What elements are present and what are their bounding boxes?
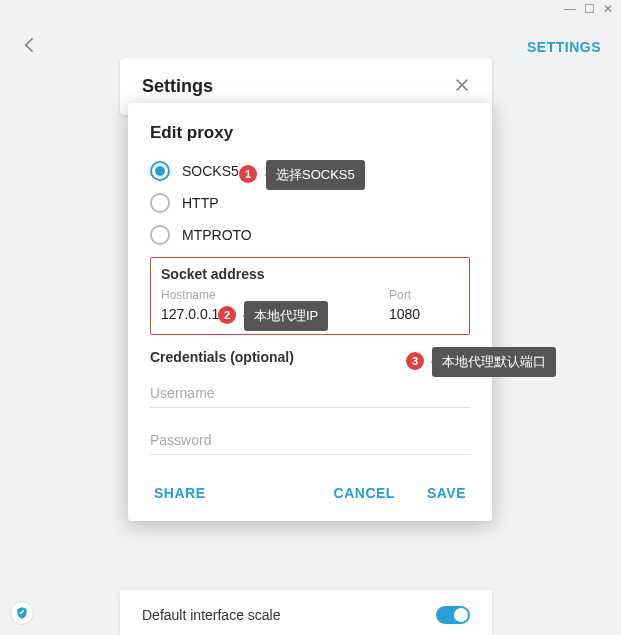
share-button[interactable]: SHARE <box>150 479 210 507</box>
close-window-button[interactable]: ✕ <box>603 2 613 16</box>
interface-scale-label: Default interface scale <box>142 607 281 623</box>
radio-icon <box>150 193 170 213</box>
arrow-left-icon <box>20 35 40 55</box>
annotation-badge-3: 3 <box>406 352 424 370</box>
settings-title: Settings <box>142 76 213 97</box>
window-controls: — ☐ ✕ <box>556 0 621 18</box>
cancel-button[interactable]: CANCEL <box>330 479 399 507</box>
password-input[interactable] <box>150 426 470 455</box>
close-icon <box>454 77 470 93</box>
close-settings-button[interactable] <box>454 77 470 97</box>
back-button[interactable] <box>20 35 40 59</box>
radio-selected-icon <box>150 161 170 181</box>
socket-address-title: Socket address <box>161 266 459 282</box>
username-input[interactable] <box>150 379 470 408</box>
proxy-option-mtproto[interactable]: MTPROTO <box>150 225 470 245</box>
port-group: Port 1080 <box>389 288 459 324</box>
proxy-option-label: SOCKS5 <box>182 163 239 179</box>
port-label: Port <box>389 288 459 302</box>
settings-link[interactable]: SETTINGS <box>527 39 601 55</box>
interface-scale-row: Default interface scale <box>120 590 492 635</box>
proxy-option-http[interactable]: HTTP <box>150 193 470 213</box>
port-input[interactable]: 1080 <box>389 304 459 324</box>
annotation-badge-2: 2 <box>218 306 236 324</box>
save-button[interactable]: SAVE <box>423 479 470 507</box>
modal-footer: SHARE CANCEL SAVE <box>150 479 470 507</box>
radio-icon <box>150 225 170 245</box>
maximize-button[interactable]: ☐ <box>584 2 595 16</box>
shield-check-icon <box>15 606 29 620</box>
proxy-option-label: MTPROTO <box>182 227 252 243</box>
annotation-badge-1: 1 <box>239 165 257 183</box>
minimize-button[interactable]: — <box>564 2 576 16</box>
annotation-callout-2: 本地代理IP <box>244 301 328 331</box>
proxy-option-label: HTTP <box>182 195 219 211</box>
connection-badge[interactable] <box>10 601 34 625</box>
interface-scale-toggle[interactable] <box>436 606 470 624</box>
annotation-callout-1: 选择SOCKS5 <box>266 160 365 190</box>
hostname-label: Hostname <box>161 288 373 302</box>
annotation-callout-3: 本地代理默认端口 <box>432 347 556 377</box>
modal-title: Edit proxy <box>150 123 470 143</box>
